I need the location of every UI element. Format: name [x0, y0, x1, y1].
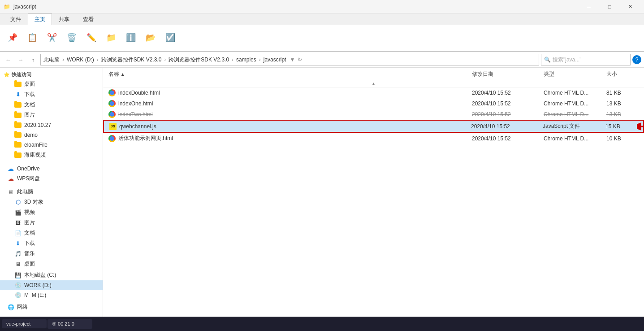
dl-icon: ⬇ — [14, 240, 22, 247]
file-row-indexone[interactable]: indexOne.html 2020/4/10 15:52 Chrome HTM… — [103, 98, 644, 109]
sidebar-item-documents[interactable]: 文档 — [0, 100, 103, 110]
rename-icon: ✏️ — [86, 33, 96, 43]
address-bar[interactable]: 此电脑 › WORK (D:) › 跨浏览器控件SDK V2.3.0 › 跨浏览… — [40, 54, 539, 65]
chrome-icon-3 — [108, 111, 116, 118]
ribbon-properties-btn[interactable]: ℹ️ — [122, 31, 140, 45]
pin-icon: 📌 — [8, 33, 17, 43]
move-icon: ✂️ — [47, 33, 57, 43]
cdrive-icon: 💾 — [14, 272, 22, 279]
open-icon: 📂 — [146, 33, 156, 43]
breadcrumb-work[interactable]: WORK (D:) — [67, 57, 94, 63]
pictures-icon — [14, 112, 22, 119]
breadcrumb-samples[interactable]: samples — [236, 57, 256, 63]
breadcrumb-javascript[interactable]: javascript — [264, 57, 286, 63]
forward-button[interactable]: → — [15, 54, 26, 65]
sort-arrow-row: ▲ — [103, 81, 644, 87]
ribbon-delete-btn[interactable]: 🗑️ — [63, 31, 81, 45]
breadcrumb-thispc[interactable]: 此电脑 — [43, 56, 60, 64]
ribbon-pin-btn[interactable]: 📌 — [4, 31, 22, 45]
file-row-indextwo[interactable]: indexTwo.html 2020/4/10 15:52 Chrome HTM… — [103, 109, 644, 120]
wps-icon: ☁ — [7, 175, 14, 183]
sidebar-item-images[interactable]: 🖼 图片 — [0, 218, 103, 228]
ribbon-move-btn[interactable]: ✂️ — [43, 31, 61, 45]
taskbar-item-clock[interactable]: ⑤ 00 21 0 — [48, 319, 92, 329]
sidebar-item-network[interactable]: 🌐 网络 — [0, 302, 103, 312]
file-row-livenesshtml[interactable]: 活体功能示例网页.html 2020/4/10 15:52 Chrome HTM… — [103, 133, 644, 144]
sidebar-item-dl[interactable]: ⬇ 下载 — [0, 238, 103, 248]
sidebar-item-downloads[interactable]: ⬇ 下载 — [0, 89, 103, 100]
col-modified[interactable]: 修改日期 — [470, 70, 542, 79]
sidebar-item-thispc[interactable]: 🖥 此电脑 — [0, 187, 103, 197]
breadcrumb-sdk1[interactable]: 跨浏览器控件SDK V2.3.0 — [101, 56, 162, 64]
address-refresh-icon[interactable]: ↻ — [298, 57, 302, 63]
ribbon-select-btn[interactable]: ☑️ — [161, 31, 179, 45]
thispc-icon: 🖥 — [7, 188, 14, 196]
sidebar-item-mdrive[interactable]: 💿 M_M (E:) — [0, 290, 103, 300]
filename-livenesshtml: 活体功能示例网页.html — [107, 134, 470, 143]
file-row-qwebchannel[interactable]: JS qwebchannel.js 2020/4/10 15:52 JavaSc… — [103, 120, 644, 133]
chrome-icon-1 — [108, 89, 116, 96]
col-name[interactable]: 名称 — [107, 70, 470, 79]
video-icon: 🎬 — [14, 209, 22, 216]
sidebar-item-wps[interactable]: ☁ WPS网盘 — [0, 174, 103, 184]
sidebar-item-haikang[interactable]: 海康视频 — [0, 150, 103, 160]
tab-home[interactable]: 主页 — [28, 13, 52, 25]
filename-indexone: indexOne.html — [107, 99, 470, 108]
search-bar[interactable]: 🔍 搜索"java..." — [541, 54, 631, 65]
sort-arrow-icon: ▲ — [107, 81, 640, 86]
demo-icon — [14, 131, 22, 139]
file-row-indexdouble[interactable]: indexDouble.html 2020/4/10 15:52 Chrome … — [103, 87, 644, 98]
sidebar-item-eloam[interactable]: eloamFile — [0, 140, 103, 150]
sidebar-item-wdrive[interactable]: 💿 WORK (D:) — [0, 280, 103, 290]
title-bar-icon: 📁 — [4, 3, 11, 10]
properties-icon: ℹ️ — [126, 33, 136, 43]
title-bar-controls: ─ □ ✕ — [579, 0, 640, 13]
filename-indextwo: indexTwo.html — [107, 110, 470, 119]
search-placeholder: 搜索"java..." — [553, 56, 582, 64]
back-button[interactable]: ← — [3, 54, 13, 65]
address-dropdown-icon[interactable]: ▼ — [290, 57, 295, 63]
maximize-button[interactable]: □ — [599, 0, 620, 13]
newfolder-icon: 📁 — [106, 33, 116, 43]
file-list: indexDouble.html 2020/4/10 15:52 Chrome … — [103, 87, 644, 144]
tab-file[interactable]: 文件 — [4, 13, 28, 25]
sidebar-item-desktop[interactable]: 桌面 — [0, 79, 103, 89]
breadcrumb-sdk2[interactable]: 跨浏览器控件SDK V2.3.0 — [169, 56, 229, 64]
up-button[interactable]: ↑ — [28, 54, 39, 65]
sidebar-item-2020[interactable]: 2020.10.27 — [0, 120, 103, 130]
ribbon-rename-btn[interactable]: ✏️ — [82, 31, 100, 45]
col-size[interactable]: 大小 — [605, 70, 640, 79]
haikang-icon — [14, 152, 22, 159]
sidebar-item-cdrive[interactable]: 💾 本地磁盘 (C:) — [0, 270, 103, 280]
sidebar-item-onedrive[interactable]: ☁ OneDrive — [0, 164, 103, 174]
taskbar-item-vue[interactable]: vue-project — [2, 319, 47, 328]
quick-access-icon: ⭐ — [4, 72, 10, 78]
sidebar: ⭐ 快速访问 桌面 ⬇ 下载 文档 图片 — [0, 68, 103, 331]
col-type[interactable]: 类型 — [542, 70, 605, 79]
filename-qwebchannel: JS qwebchannel.js — [108, 122, 469, 131]
ribbon-open-btn[interactable]: 📂 — [142, 31, 160, 45]
sidebar-item-pictures[interactable]: 图片 — [0, 110, 103, 120]
sidebar-item-videos[interactable]: 🎬 视频 — [0, 207, 103, 218]
wdrive-icon: 💿 — [14, 282, 22, 289]
select-icon: ☑️ — [165, 33, 175, 43]
sidebar-item-3d[interactable]: ⬡ 3D 对象 — [0, 197, 103, 207]
close-button[interactable]: ✕ — [620, 0, 640, 13]
minimize-button[interactable]: ─ — [579, 0, 599, 13]
help-button[interactable]: ? — [632, 55, 641, 64]
tab-share[interactable]: 共享 — [52, 13, 76, 25]
chrome-icon-2 — [108, 100, 116, 107]
ribbon-copy-btn[interactable]: 📋 — [23, 31, 41, 45]
ribbon-newfolder-btn[interactable]: 📁 — [102, 31, 120, 45]
sidebar-item-demo[interactable]: demo — [0, 130, 103, 140]
docs-icon: 📄 — [14, 230, 22, 237]
sidebar-item-music[interactable]: 🎵 音乐 — [0, 248, 103, 259]
quick-access-header: ⭐ 快速访问 — [0, 70, 103, 79]
onedrive-icon: ☁ — [7, 165, 14, 172]
sidebar-item-desktop2[interactable]: 🖥 桌面 — [0, 259, 103, 269]
music-icon: 🎵 — [14, 250, 22, 257]
tab-view[interactable]: 查看 — [76, 13, 100, 25]
sidebar-item-docs[interactable]: 📄 文档 — [0, 228, 103, 238]
delete-icon: 🗑️ — [67, 33, 77, 43]
documents-icon — [14, 101, 22, 109]
